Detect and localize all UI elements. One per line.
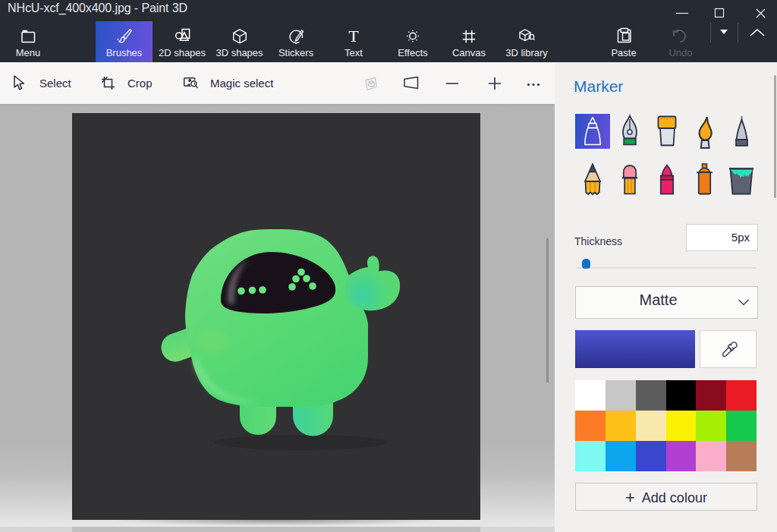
svg-text:T: T bbox=[348, 27, 359, 46]
